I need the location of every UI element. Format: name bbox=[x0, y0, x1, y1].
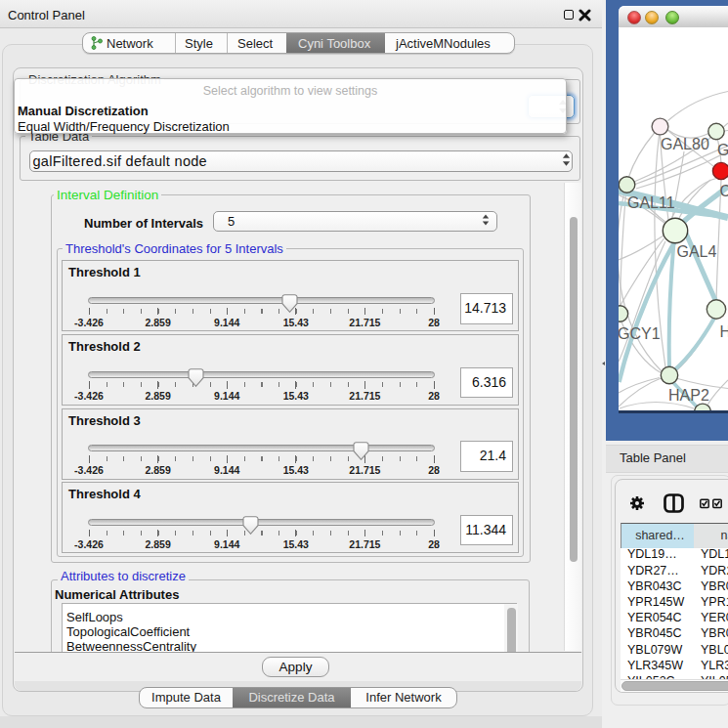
svg-text:GCY1: GCY1 bbox=[619, 325, 661, 342]
svg-text:HIS4: HIS4 bbox=[720, 323, 728, 340]
svg-text:GAL2: GAL2 bbox=[717, 142, 728, 158]
svg-text:GAL80: GAL80 bbox=[661, 136, 709, 152]
svg-text:GAL11: GAL11 bbox=[627, 194, 675, 211]
svg-text:HAP2: HAP2 bbox=[668, 387, 709, 404]
svg-text:GAL4: GAL4 bbox=[677, 243, 717, 260]
svg-text:CDC1: CDC1 bbox=[720, 183, 728, 199]
